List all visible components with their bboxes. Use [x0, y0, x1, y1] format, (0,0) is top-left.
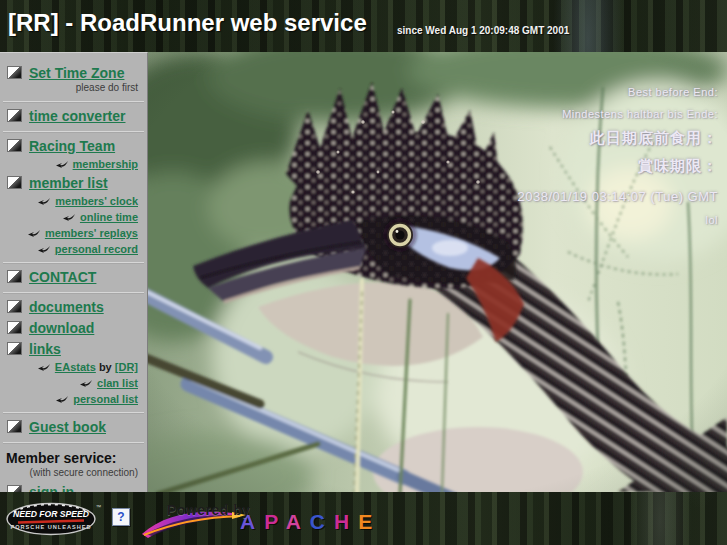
sidebar-row-racing-team: Racing Team — [7, 137, 143, 154]
sidebar-subrow-eastats: EAstats by [DR] — [0, 359, 147, 373]
sidebar-row-sign-in: sign in — [7, 483, 143, 492]
sidebar-divider — [3, 442, 144, 444]
sidebar-sublink-membership[interactable]: membership — [73, 158, 138, 170]
sidebar-row-documents: documents — [7, 298, 143, 315]
need-for-speed-logo[interactable]: NEED FOR SPEED PORSCHE UNLEASHED ™ — [6, 502, 102, 536]
sidebar-row-links: links — [7, 340, 143, 357]
overlay-line-1: Best before End: — [518, 86, 718, 98]
sidebar-row-set-time-zone: Set Time Zone — [7, 64, 143, 81]
sidebar-nav: Set Time Zoneplease do firsttime convert… — [0, 52, 148, 492]
sidebar-row-time-converter: time converter — [7, 107, 143, 124]
sidebar-link-links[interactable]: links — [29, 341, 61, 357]
sidebar-link-racing-team[interactable]: Racing Team — [29, 138, 115, 154]
sidebar-heading-member-service: Member service: — [6, 450, 143, 466]
apache-wordmark[interactable]: APACHE — [240, 510, 381, 534]
sidebar-sublink-members-clock[interactable]: members' clock — [55, 195, 138, 207]
sidebar-divider — [3, 101, 144, 103]
sidebar-subrow-personal-list: personal list — [0, 391, 147, 405]
overlay-line-2: Mindestens haltbar bis Ende: — [518, 108, 718, 120]
sidebar-divider — [3, 131, 144, 133]
sub-arrow-icon — [38, 245, 51, 253]
sidebar-link-documents[interactable]: documents — [29, 299, 104, 315]
apache-letter-2: P — [264, 510, 285, 533]
sidebar-row-member-list: member list — [7, 174, 143, 191]
sidebar-link-time-converter[interactable]: time converter — [29, 108, 125, 124]
since-date-text: since Wed Aug 1 20:09:48 GMT 2001 — [397, 25, 569, 36]
overlay-line-3: 此日期底前食用： — [518, 129, 718, 148]
footer-bar: NEED FOR SPEED PORSCHE UNLEASHED ™ ? Pow… — [0, 492, 727, 545]
sidebar-link-sign-in[interactable]: sign in — [29, 484, 74, 493]
sub-arrow-icon — [80, 379, 93, 387]
svg-text:PORSCHE UNLEASHED: PORSCHE UNLEASHED — [10, 524, 91, 530]
apache-letter-6: E — [358, 510, 381, 533]
powered-by-label: Powered by — [167, 502, 251, 518]
sidebar-sublink-dr[interactable]: [DR] — [115, 361, 138, 373]
apache-letter-4: C — [310, 510, 334, 533]
sidebar-link-set-time-zone[interactable]: Set Time Zone — [29, 65, 124, 81]
sidebar-link-member-list[interactable]: member list — [29, 175, 108, 191]
sidebar-link-download[interactable]: download — [29, 320, 94, 336]
best-before-overlay: Best before End:Mindestens haltbar bis E… — [518, 76, 718, 226]
overlay-line-6: lol — [518, 214, 718, 226]
folded-corner-icon — [7, 176, 22, 189]
apache-letter-5: H — [334, 510, 358, 533]
sub-arrow-icon — [38, 363, 51, 371]
header-bar: [RR] - RoadRunner web service since Wed … — [0, 0, 727, 52]
sidebar-subrow-members-clock: members' clock — [0, 193, 147, 207]
folded-corner-icon — [7, 270, 22, 283]
folded-corner-icon — [7, 109, 22, 122]
folded-corner-icon — [7, 485, 22, 492]
sidebar-subrow-clan-list: clan list — [0, 375, 147, 389]
folded-corner-icon — [7, 342, 22, 355]
folded-corner-icon — [7, 300, 22, 313]
page-root: [RR] - RoadRunner web service since Wed … — [0, 0, 727, 545]
roadrunner-photo: Best before End:Mindestens haltbar bis E… — [148, 52, 727, 492]
svg-text:NEED FOR SPEED: NEED FOR SPEED — [13, 509, 89, 519]
sidebar-sublink-personal-record[interactable]: personal record — [55, 243, 138, 255]
sidebar-sublink-members-replays[interactable]: members' replays — [45, 227, 138, 239]
sidebar-note-please-do-first: please do first — [0, 82, 147, 94]
sidebar-sublink-clan-list[interactable]: clan list — [97, 377, 138, 389]
sidebar-subrow-members-replays: members' replays — [0, 225, 147, 239]
sidebar-row-contact: CONTACT — [7, 268, 143, 285]
apache-letter-3: A — [286, 510, 310, 533]
folded-corner-icon — [7, 139, 22, 152]
overlay-line-4: 賞味期限： — [518, 157, 718, 176]
sidebar-subrow-membership: membership — [0, 156, 147, 170]
sidebar-divider — [3, 412, 144, 414]
sidebar-subrow-personal-record: personal record — [0, 241, 147, 255]
folded-corner-icon — [7, 66, 22, 79]
sidebar-link-contact[interactable]: CONTACT — [29, 269, 96, 285]
broken-image-icon[interactable]: ? — [112, 508, 130, 526]
sub-arrow-icon — [38, 197, 51, 205]
sub-arrow-icon — [56, 160, 69, 168]
folded-corner-icon — [7, 420, 22, 433]
sidebar-sublink-personal-list[interactable]: personal list — [73, 393, 138, 405]
sub-arrow-icon — [28, 229, 41, 237]
sub-arrow-icon — [56, 395, 69, 403]
overlay-line-5: 2038/01/19 03:14:07 (Tue) GMT — [518, 189, 718, 204]
sidebar-link-guest-book[interactable]: Guest book — [29, 419, 106, 435]
sidebar-divider — [3, 262, 144, 264]
sidebar-row-download: download — [7, 319, 143, 336]
sidebar-row-guest-book: Guest book — [7, 418, 143, 435]
sidebar-divider — [3, 292, 144, 294]
sidebar-subtext-by: by — [96, 361, 115, 373]
sidebar-sublink-eastats[interactable]: EAstats — [55, 361, 96, 373]
sidebar-note-with-secure-connection: (with secure connection) — [0, 467, 147, 479]
sidebar-subrow-online-time: online time — [0, 209, 147, 223]
sub-arrow-icon — [63, 213, 76, 221]
folded-corner-icon — [7, 321, 22, 334]
page-title: [RR] - RoadRunner web service — [8, 9, 367, 37]
svg-text:™: ™ — [96, 504, 102, 510]
sidebar-sublink-online-time[interactable]: online time — [80, 211, 138, 223]
